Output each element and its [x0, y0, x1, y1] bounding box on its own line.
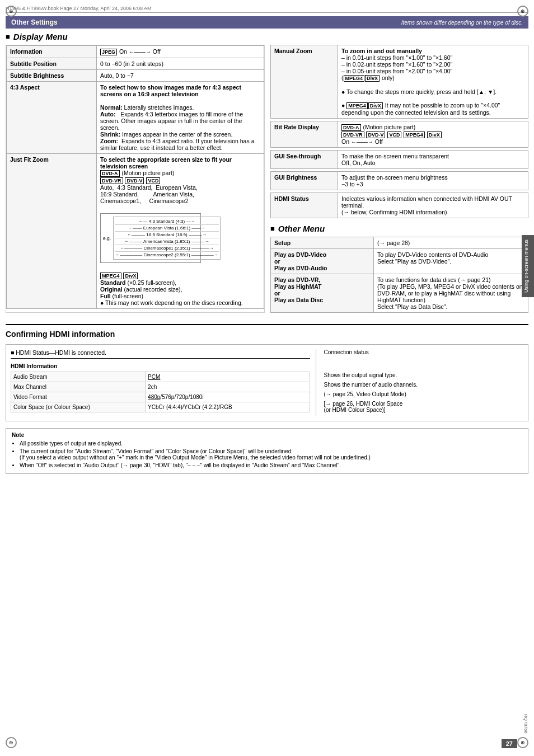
hdmi-table-wrapper: ■ HDMI Status—HDMI is connected. HDMI In… [6, 344, 528, 421]
display-menu-table: Information JPEG On ←——→ Off Subtitle Po… [6, 45, 265, 313]
row-label-just-fit-zoom: Just Fit Zoom [7, 154, 97, 309]
mpeg4-badge-4: MPEG4 [404, 132, 425, 138]
manual-zoom-label: Manual Zoom [271, 45, 338, 118]
header-title: Other Settings [11, 18, 58, 26]
corner-decoration-br: ⊕ [515, 737, 528, 750]
row-value-subtitle-brightness: Auto, 0 to −7 [97, 70, 264, 82]
rqt-label: RQT8766 [523, 714, 528, 734]
gui-brightness-content: To adjust the on-screen menu brightness … [338, 172, 528, 190]
dvd-a-badge: DVD-A [100, 170, 120, 177]
dvd-v-badge-2: DVD-V [366, 132, 385, 138]
hdmi-status-line: ■ HDMI Status—HDMI is connected. [11, 349, 310, 359]
row-value-just-fit-zoom: To select the appropriate screen size to… [97, 154, 264, 309]
setup-label: Setup [271, 237, 374, 249]
note-title: Note [12, 432, 522, 438]
video-format-label: Video Format [11, 392, 146, 402]
hdmi-info-label: HDMI Information [11, 363, 310, 369]
right-column: Manual Zoom To zoom in and out manually … [270, 45, 528, 313]
hdmi-audio-stream-note: Shows the output signal type. [324, 372, 523, 378]
table-row: 4:3 Aspect To select how to show images … [7, 82, 264, 154]
hdmi-video-format-note: (→ page 25, Video Output Mode) [324, 391, 523, 397]
gui-brightness-label: GUI Brightness [271, 172, 338, 190]
dvd-vr-badge: DVD-VR [100, 177, 123, 184]
hdmi-right-column: Connection status Shows the output signa… [322, 349, 523, 416]
max-channel-value: 2ch [146, 382, 310, 392]
table-row: Subtitle Position 0 to −60 (in 2 unit st… [7, 58, 264, 70]
hdmi-status-label: HDMI Status [271, 193, 338, 218]
row-value-aspect: To select how to show images made for 4:… [97, 82, 264, 154]
hdmi-section: Confirming HDMI information ■ HDMI Statu… [6, 324, 528, 421]
row-value-information: JPEG On ←——→ Off [97, 46, 264, 58]
corner-decoration-bl: ⊕ [6, 737, 19, 750]
row-value-subtitle-position: 0 to −60 (in 2 unit steps) [97, 58, 264, 70]
table-row: Max Channel 2ch [11, 382, 310, 392]
manual-zoom-item: Manual Zoom To zoom in and out manually … [270, 45, 528, 119]
corner-decoration-tl: ⊕ [6, 6, 19, 19]
audio-stream-label: Audio Stream [11, 372, 146, 382]
play-dvd-video-content: To play DVD-Video contents of DVD-Audio … [374, 249, 528, 274]
display-menu-title: Display Menu [6, 32, 528, 41]
mpeg4-badge-3: MPEG4 [346, 102, 368, 109]
table-row: Video Format 480p/576p/720p/1080i [11, 392, 310, 402]
audio-stream-value: PCM [146, 372, 310, 382]
row-label-subtitle-brightness: Subtitle Brightness [7, 70, 97, 82]
mpeg4-badge-2: MPEG4 [344, 75, 365, 82]
divx-badge-3: DivX [368, 102, 383, 109]
divx-badge-2: DivX [365, 75, 380, 82]
manual-zoom-content: To zoom in and out manually – in 0.01-un… [338, 45, 528, 118]
hdmi-status-content: Indicates various information when conne… [338, 193, 528, 218]
dvd-vr-badge-2: DVD-VR [341, 132, 364, 138]
bit-rate-content: DVD-A (Motion picture part) DVD-VR DVD-V… [338, 121, 528, 147]
hdmi-connection-status: Connection status [324, 349, 523, 355]
row-label-information: Information [7, 46, 97, 58]
setup-content: (→ page 28) [374, 237, 528, 249]
hdmi-inner-table: Audio Stream PCM Max Channel 2ch Video F… [11, 372, 310, 412]
mpeg4-badge: MPEG4 [100, 273, 121, 279]
zoom-line: e.g. ←— 4:3 Standard (4:3) —→ ←—— Europe… [103, 217, 198, 260]
vcd-badge: VCD [146, 177, 160, 184]
main-content: Information JPEG On ←——→ Off Subtitle Po… [6, 45, 528, 313]
hdmi-max-channel-note: Shows the number of audio channels. [324, 382, 523, 388]
file-info-bar: HT995 & HT995W.book Page 27 Monday, Apri… [6, 6, 528, 13]
note-list: All possible types of output are display… [12, 440, 522, 468]
table-row: Setup (→ page 28) [271, 237, 528, 249]
zoom-diagram: e.g. ←— 4:3 Standard (4:3) —→ ←—— Europe… [100, 213, 201, 263]
bit-rate-label: Bit Rate Display [271, 121, 338, 147]
divx-badge-4: DivX [427, 132, 442, 138]
table-row: Audio Stream PCM [11, 372, 310, 382]
hdmi-color-space-note: [→ page 26, HDMI Color Space(or HDMI Col… [324, 401, 523, 413]
dvd-a-badge-2: DVD-A [341, 124, 361, 131]
gui-seethrough-item: GUI See-through To make the on-screen me… [270, 150, 528, 169]
table-row: Play as DVD-VR, Play as HighMAT or Play … [271, 274, 528, 313]
header-subtitle: Items shown differ depending on the type… [401, 20, 523, 26]
table-row: Information JPEG On ←——→ Off [7, 46, 264, 58]
jpeg-badge: JPEG [100, 49, 117, 55]
gui-seethrough-label: GUI See-through [271, 151, 338, 168]
table-row: Play as DVD-VideoorPlay as DVD-Audio To … [271, 249, 528, 274]
max-channel-label: Max Channel [11, 382, 146, 392]
list-item: All possible types of output are display… [20, 440, 522, 447]
row-label-aspect: 4:3 Aspect [7, 82, 97, 154]
hdmi-left-column: ■ HDMI Status—HDMI is connected. HDMI In… [11, 349, 316, 416]
bit-rate-item: Bit Rate Display DVD-A (Motion picture p… [270, 121, 528, 148]
list-item: When "Off" is selected in "Audio Output"… [20, 462, 522, 468]
hdmi-status-item: HDMI Status Indicates various informatio… [270, 192, 528, 218]
play-data-disc-content: To use functions for data discs (→ page … [374, 274, 528, 313]
color-space-label: Color Space (or Colour Space) [11, 402, 146, 412]
corner-decoration-tr: ⊕ [515, 6, 528, 19]
note-section: Note All possible types of output are di… [6, 428, 528, 474]
video-format-value: 480p/576p/720p/1080i [146, 392, 310, 402]
list-item: The current output for "Audio Stream", "… [20, 448, 522, 461]
gui-seethrough-content: To make the on-screen menu transparent O… [338, 151, 528, 168]
play-data-disc-label: Play as DVD-VR, Play as HighMAT or Play … [271, 274, 374, 313]
gui-brightness-item: GUI Brightness To adjust the on-screen m… [270, 171, 528, 190]
table-row: Color Space (or Colour Space) YCbCr (4:4… [11, 402, 310, 412]
other-menu-section: Other Menu Setup (→ page 28) Play as DVD… [270, 224, 528, 313]
dvd-v-badge: DVD-V [125, 177, 144, 184]
row-label-subtitle-position: Subtitle Position [7, 58, 97, 70]
sidebar-label: Using on-screen menus [522, 235, 534, 297]
divx-badge: DivX [123, 273, 138, 279]
color-space-value: YCbCr (4:4:4)/YCbCr (4:2:2)/RGB [146, 402, 310, 412]
other-menu-table: Setup (→ page 28) Play as DVD-VideoorPla… [270, 237, 528, 313]
other-menu-title: Other Menu [270, 224, 528, 233]
